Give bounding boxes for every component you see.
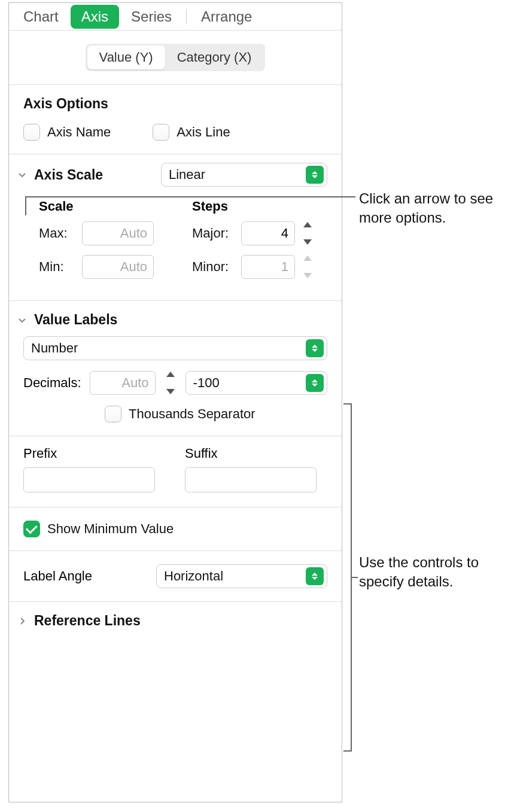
chevron-down-icon (17, 170, 27, 180)
stepper-up-icon (303, 256, 312, 261)
axis-scale-selected: Linear (162, 167, 306, 183)
value-labels-title: Value Labels (34, 312, 117, 328)
show-min-value-row: Show Minimum Value (9, 507, 342, 551)
steps-minor-stepper[interactable] (301, 256, 314, 278)
prefix-input[interactable] (23, 467, 155, 492)
negative-format-selected: -100 (186, 375, 306, 391)
axis-line-label: Axis Line (177, 124, 230, 140)
stepper-down-icon (303, 239, 312, 245)
prefix-suffix-row: Prefix Suffix (9, 436, 342, 507)
steps-major-stepper[interactable] (301, 222, 314, 245)
steps-minor-label: Minor: (192, 259, 235, 275)
value-labels-format-selected: Number (24, 340, 306, 356)
callout-bracket-stub (352, 577, 358, 578)
stepper-up-icon (166, 372, 175, 377)
tab-separator (186, 9, 187, 25)
value-labels-header: Value Labels (9, 301, 342, 336)
callout-bracket (343, 403, 352, 752)
value-labels-disclosure[interactable] (17, 315, 27, 325)
scale-min-input[interactable] (82, 255, 154, 279)
thousands-checkbox[interactable] (105, 406, 121, 422)
thousands-label: Thousands Separator (129, 406, 255, 422)
inspector-tabs: Chart Axis Series Arrange (9, 3, 342, 31)
chevron-down-icon (17, 315, 27, 325)
reference-lines-disclosure[interactable] (17, 616, 27, 626)
axis-scale-disclosure[interactable] (17, 170, 27, 180)
label-angle-row: Label Angle Horizontal (9, 551, 342, 601)
steps-col-title: Steps (192, 199, 327, 221)
callout-arrow-text: Click an arrow to see more options. (359, 189, 503, 228)
popup-arrows-icon (306, 374, 324, 392)
reference-lines-header: Reference Lines (9, 602, 342, 637)
label-angle-popup[interactable]: Horizontal (156, 564, 327, 588)
popup-arrows-icon (306, 567, 324, 585)
scale-max-input[interactable] (82, 221, 154, 245)
axis-scale-popup[interactable]: Linear (161, 163, 327, 187)
reference-lines-title: Reference Lines (34, 613, 141, 629)
callout-controls-text: Use the controls to specify details. (359, 553, 503, 592)
scale-max-label: Max: (39, 226, 76, 241)
axis-subtab-wrap: Value (Y) Category (X) (9, 31, 342, 84)
thousands-row: Thousands Separator (9, 395, 342, 436)
subtab-category-x[interactable]: Category (X) (165, 45, 264, 69)
stepper-down-icon (166, 389, 175, 394)
stepper-up-icon (303, 222, 312, 227)
callout-line (25, 196, 355, 197)
decimals-stepper[interactable] (164, 372, 177, 394)
decimals-label: Decimals: (23, 375, 81, 391)
stepper-down-icon (303, 273, 312, 278)
tab-arrange[interactable]: Arrange (190, 5, 263, 29)
tab-series[interactable]: Series (120, 5, 182, 29)
suffix-label: Suffix (185, 446, 317, 461)
decimals-input[interactable] (90, 371, 156, 395)
scale-min-label: Min: (39, 259, 76, 275)
popup-arrows-icon (306, 166, 324, 184)
axis-name-checkbox[interactable] (23, 124, 40, 141)
label-angle-label: Label Angle (23, 568, 149, 584)
steps-minor-input[interactable] (241, 255, 295, 279)
scale-col-title: Scale (39, 199, 174, 221)
steps-major-input[interactable] (241, 221, 295, 245)
show-min-value-label: Show Minimum Value (47, 521, 174, 537)
prefix-label: Prefix (23, 446, 155, 461)
negative-format-popup[interactable]: -100 (185, 371, 327, 395)
axis-name-label: Axis Name (47, 124, 111, 140)
suffix-input[interactable] (185, 467, 317, 492)
label-angle-selected: Horizontal (157, 568, 306, 584)
axis-options-header: Axis Options (9, 85, 342, 120)
axis-line-checkbox[interactable] (153, 124, 169, 141)
scale-steps-columns: Scale Max: Min: Steps Major: Minor: (9, 195, 342, 300)
tab-chart[interactable]: Chart (13, 5, 69, 29)
value-labels-format-popup[interactable]: Number (23, 336, 327, 360)
axis-scale-title: Axis Scale (34, 167, 154, 183)
show-min-value-checkbox[interactable] (23, 521, 40, 537)
format-inspector-panel: Chart Axis Series Arrange Value (Y) Cate… (8, 2, 342, 802)
tab-axis[interactable]: Axis (71, 5, 119, 29)
axis-options-checkboxes: Axis Name Axis Line (9, 120, 342, 154)
axis-scale-row: Axis Scale Linear (9, 154, 342, 195)
decimals-row: Decimals: -100 (9, 360, 342, 395)
chevron-right-icon (17, 616, 27, 626)
subtab-value-y[interactable]: Value (Y) (87, 45, 165, 69)
popup-arrows-icon (306, 339, 324, 357)
steps-major-label: Major: (192, 226, 235, 241)
axis-options-title: Axis Options (23, 96, 108, 112)
axis-subtabs: Value (Y) Category (X) (86, 44, 266, 71)
